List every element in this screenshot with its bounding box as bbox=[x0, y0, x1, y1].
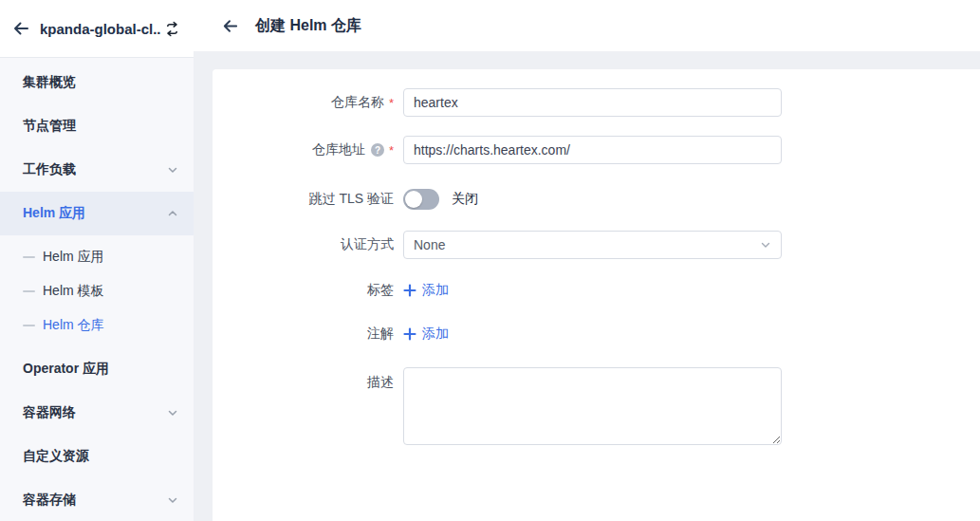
plus-icon bbox=[403, 284, 416, 297]
sidebar-back-button[interactable] bbox=[9, 17, 32, 40]
annotations-row: 注解 添加 bbox=[213, 326, 980, 343]
description-label: 描述 bbox=[367, 374, 394, 391]
auth-method-row: 认证方式 None bbox=[213, 231, 980, 259]
repo-url-input[interactable] bbox=[403, 136, 782, 164]
sidebar-item-container-network[interactable]: 容器网络 bbox=[0, 391, 194, 435]
main-area: 创建 Helm 仓库 仓库名称 * 仓库地址 ? * bbox=[194, 0, 980, 521]
chevron-down-icon bbox=[167, 494, 178, 506]
sidebar-item-custom-resources[interactable]: 自定义资源 bbox=[0, 435, 194, 478]
create-helm-repo-page: kpanda-global-cl... 集群概览 节点管理 工作负载 bbox=[0, 0, 980, 521]
sidebar-subitem-helm-templates[interactable]: Helm 模板 bbox=[0, 274, 194, 308]
help-icon[interactable]: ? bbox=[371, 143, 384, 157]
sidebar-item-helm-apps[interactable]: Helm 应用 bbox=[0, 192, 194, 235]
toggle-knob bbox=[405, 191, 422, 208]
sidebar-item-workloads[interactable]: 工作负载 bbox=[0, 148, 194, 192]
annotations-label: 注解 bbox=[367, 326, 394, 343]
repo-url-label: 仓库地址 bbox=[312, 141, 365, 158]
dash-bullet bbox=[23, 290, 35, 292]
description-textarea[interactable] bbox=[403, 367, 782, 445]
repo-url-row: 仓库地址 ? * bbox=[213, 136, 980, 164]
select-chevron-down-icon bbox=[760, 239, 771, 251]
sidebar-item-operator-apps[interactable]: Operator 应用 bbox=[0, 347, 194, 391]
sidebar-header: kpanda-global-cl... bbox=[0, 0, 194, 58]
page-title: 创建 Helm 仓库 bbox=[255, 16, 361, 36]
chevron-up-icon bbox=[167, 208, 178, 219]
sidebar-item-container-storage[interactable]: 容器存储 bbox=[0, 478, 194, 521]
add-tag-button[interactable]: 添加 bbox=[403, 282, 449, 299]
repo-name-row: 仓库名称 * bbox=[213, 88, 980, 117]
required-asterisk: * bbox=[389, 144, 394, 157]
skip-tls-state: 关闭 bbox=[452, 191, 478, 208]
description-row: 描述 bbox=[213, 367, 980, 445]
form-card: 仓库名称 * 仓库地址 ? * 跳过 bbox=[213, 69, 980, 521]
sidebar-item-cluster-overview[interactable]: 集群概览 bbox=[0, 61, 194, 104]
page-back-button[interactable] bbox=[218, 14, 241, 37]
tags-label: 标签 bbox=[367, 282, 394, 299]
page-header: 创建 Helm 仓库 bbox=[194, 0, 980, 51]
cluster-name: kpanda-global-cl... bbox=[40, 21, 161, 37]
dash-bullet bbox=[23, 256, 35, 258]
auth-method-value: None bbox=[414, 237, 760, 252]
arrow-left-icon bbox=[11, 19, 30, 38]
sidebar-subitem-helm-apps[interactable]: Helm 应用 bbox=[0, 240, 194, 274]
arrow-left-icon bbox=[221, 17, 239, 35]
sidebar: kpanda-global-cl... 集群概览 节点管理 工作负载 bbox=[0, 0, 194, 521]
plus-icon bbox=[403, 327, 416, 341]
tags-row: 标签 添加 bbox=[213, 282, 980, 299]
skip-tls-label: 跳过 TLS 验证 bbox=[309, 191, 394, 208]
repo-name-label: 仓库名称 bbox=[331, 94, 384, 111]
sidebar-item-node-management[interactable]: 节点管理 bbox=[0, 104, 194, 148]
chevron-down-icon bbox=[167, 164, 178, 176]
dash-bullet bbox=[23, 325, 35, 326]
content-background: 仓库名称 * 仓库地址 ? * 跳过 bbox=[194, 51, 980, 521]
required-asterisk: * bbox=[389, 97, 394, 109]
switch-cluster-icon[interactable] bbox=[161, 18, 182, 39]
add-annotation-button[interactable]: 添加 bbox=[403, 326, 449, 343]
auth-method-select[interactable]: None bbox=[403, 231, 782, 259]
skip-tls-toggle[interactable] bbox=[403, 189, 439, 210]
chevron-down-icon bbox=[167, 407, 178, 419]
skip-tls-row: 跳过 TLS 验证 关闭 bbox=[213, 189, 980, 210]
repo-name-input[interactable] bbox=[403, 88, 782, 117]
helm-submenu: Helm 应用 Helm 模板 Helm 仓库 bbox=[0, 235, 194, 347]
auth-method-label: 认证方式 bbox=[341, 236, 394, 253]
sidebar-nav: 集群概览 节点管理 工作负载 Helm 应用 Helm 应用 bbox=[0, 58, 194, 521]
sidebar-subitem-helm-repos[interactable]: Helm 仓库 bbox=[0, 308, 194, 343]
